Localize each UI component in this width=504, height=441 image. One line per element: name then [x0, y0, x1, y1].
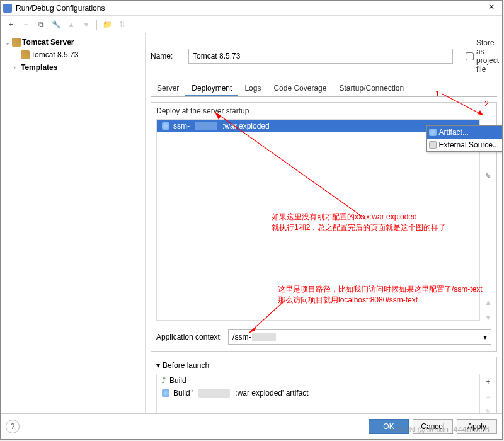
- up-button: ▲: [65, 18, 77, 31]
- before-launch-header[interactable]: ▾ Before launch: [151, 357, 496, 374]
- gear-icon[interactable]: ⚙: [501, 52, 502, 60]
- store-label: Store as project file: [476, 38, 499, 74]
- tomcat-icon: [21, 50, 30, 59]
- down-button: ▼: [80, 18, 93, 31]
- build-artifact-prefix: Build ': [173, 389, 193, 398]
- tomcat-icon: [12, 38, 21, 47]
- tree-label: Templates: [21, 63, 57, 72]
- chevron-down-icon: ⌄: [4, 38, 11, 47]
- tab-deployment[interactable]: Deployment: [185, 81, 238, 96]
- folder-icon[interactable]: 📁: [101, 18, 113, 31]
- remove-button[interactable]: −: [20, 18, 32, 31]
- redacted-text: x: [252, 333, 276, 341]
- sort-icon: ⇅: [116, 18, 129, 31]
- down-artifact-button: ▼: [483, 312, 494, 323]
- name-label: Name:: [151, 52, 182, 60]
- tab-code-coverage[interactable]: Code Coverage: [267, 81, 333, 96]
- wrench-icon[interactable]: 🔧: [50, 18, 62, 31]
- tab-server[interactable]: Server: [151, 81, 185, 96]
- tab-logs[interactable]: Logs: [238, 81, 267, 96]
- app-icon: [3, 4, 12, 13]
- before-launch-section: ▾ Before launch ⤴ Build Build 'xxx:war e…: [151, 357, 497, 413]
- build-label: Build: [169, 376, 186, 385]
- app-context-value: /ssm-: [232, 333, 251, 341]
- title-bar: Run/Debug Configurations ✕: [1, 1, 502, 16]
- before-launch-label: Before launch: [163, 361, 209, 370]
- close-icon[interactable]: ✕: [483, 3, 500, 14]
- footer: ? OK Cancel Apply: [1, 413, 502, 439]
- edit-button[interactable]: ✎: [483, 171, 494, 182]
- popup-artifact[interactable]: Artifact...: [427, 126, 502, 139]
- config-tree[interactable]: ⌄ Tomcat Server Tomcat 8.5.73 › Template…: [1, 33, 146, 413]
- build-icon: ⤴: [162, 376, 166, 385]
- store-as-project-checkbox[interactable]: Store as project file ⚙: [466, 38, 497, 74]
- list-item[interactable]: ⤴ Build: [157, 374, 479, 387]
- cancel-button[interactable]: Cancel: [413, 419, 453, 434]
- name-input[interactable]: [188, 49, 453, 64]
- up-artifact-button: ▲: [483, 297, 494, 308]
- chevron-down-icon: ▾: [156, 361, 160, 370]
- popup-label: External Source...: [439, 140, 499, 149]
- tab-bar: Server Deployment Logs Code Coverage Sta…: [151, 81, 497, 97]
- bl-side-tools: + − ✎: [480, 374, 496, 413]
- tree-tomcat-server[interactable]: ⌄ Tomcat Server: [2, 36, 144, 49]
- popup-label: Artifact...: [439, 128, 469, 137]
- redacted-text: xxx: [198, 389, 230, 398]
- chevron-down-icon: ▾: [483, 333, 487, 341]
- tab-startup-connection[interactable]: Startup/Connection: [333, 81, 410, 96]
- artifact-icon: [429, 129, 437, 136]
- build-artifact-suffix: :war exploded' artifact: [235, 389, 308, 398]
- separator: [96, 20, 97, 30]
- remove-task-button: −: [483, 391, 494, 403]
- store-checkbox[interactable]: [466, 52, 474, 60]
- chevron-right-icon: ›: [13, 63, 20, 72]
- add-button[interactable]: +: [4, 18, 17, 31]
- ok-button[interactable]: OK: [369, 419, 409, 434]
- edit-task-button: ✎: [483, 406, 494, 413]
- redacted-text: xx: [195, 122, 217, 130]
- copy-button[interactable]: ⧉: [35, 18, 47, 31]
- list-item[interactable]: Build 'xxx:war exploded' artifact: [157, 387, 479, 399]
- artifact-icon: [162, 389, 169, 397]
- deploy-item-suffix: :war exploded: [222, 122, 270, 130]
- apply-button[interactable]: Apply: [457, 419, 497, 434]
- tree-tomcat-item[interactable]: Tomcat 8.5.73: [2, 49, 144, 61]
- external-icon: [429, 141, 437, 149]
- window-title: Run/Debug Configurations: [16, 4, 483, 13]
- help-button[interactable]: ?: [6, 420, 20, 433]
- tree-label: Tomcat Server: [22, 38, 74, 47]
- before-launch-list[interactable]: ⤴ Build Build 'xxx:war exploded' artifac…: [156, 374, 480, 413]
- app-context-select[interactable]: /ssm-x ▾: [228, 329, 491, 345]
- popup-external[interactable]: External Source...: [427, 139, 502, 151]
- add-popup-menu: Artifact... External Source...: [426, 125, 502, 152]
- deploy-header: Deploy at the server startup: [151, 103, 496, 119]
- tree-templates[interactable]: › Templates: [2, 61, 144, 74]
- toolbar: + − ⧉ 🔧 ▲ ▼ 📁 ⇅: [1, 16, 502, 33]
- add-task-button[interactable]: +: [483, 376, 494, 387]
- tree-label: Tomcat 8.5.73: [31, 50, 78, 59]
- deploy-item-prefix: ssm-: [173, 122, 190, 130]
- artifact-icon: [162, 122, 169, 130]
- app-context-label: Application context:: [156, 333, 222, 341]
